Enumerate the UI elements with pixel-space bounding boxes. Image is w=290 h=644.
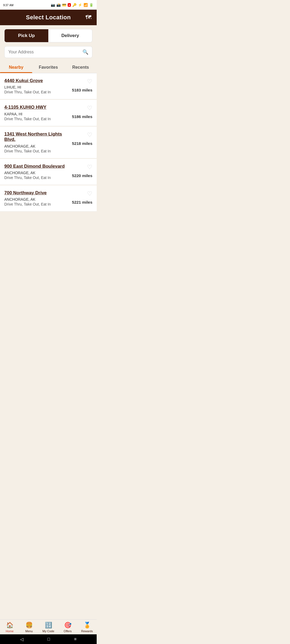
location-info: 4-1105 KUHIO HWY KAPAA, HI Drive Thru, T… bbox=[4, 105, 68, 121]
location-city: ANCHORAGE, AK bbox=[4, 197, 68, 202]
location-city: LIHUE, HI bbox=[4, 85, 68, 89]
wifi-icon: 📶 bbox=[84, 3, 88, 7]
location-item[interactable]: 700 Northway Drive ANCHORAGE, AK Drive T… bbox=[0, 185, 97, 211]
location-right: ♡ 5218 miles bbox=[68, 131, 92, 146]
favorite-button[interactable]: ♡ bbox=[87, 105, 92, 112]
payment-icon: 💳 bbox=[62, 3, 66, 7]
location-distance: 5221 miles bbox=[72, 200, 92, 204]
location-distance: 5220 miles bbox=[72, 173, 92, 178]
location-right: ♡ 5220 miles bbox=[68, 164, 92, 178]
location-info: 900 East Dimond Boulevard ANCHORAGE, AK … bbox=[4, 164, 68, 180]
delivery-tab[interactable]: Delivery bbox=[48, 29, 92, 42]
instagram-icon: 📸 bbox=[56, 3, 61, 7]
ampm-display: AM bbox=[9, 4, 13, 7]
favorite-button[interactable]: ♡ bbox=[87, 78, 92, 85]
location-list: 4440 Kukui Grove LIHUE, HI Drive Thru, T… bbox=[0, 73, 97, 211]
camera-icon: 📷 bbox=[51, 3, 55, 7]
status-bar: 9:37 AM 📷 📸 💳 ● 🔑 ⚡ 📶 🔋 bbox=[0, 0, 97, 10]
favorite-button[interactable]: ♡ bbox=[87, 190, 92, 197]
location-item[interactable]: 1341 West Northern Lights Blvd. ANCHORAG… bbox=[0, 127, 97, 158]
time-display: 9:37 bbox=[3, 4, 8, 7]
key-icon: 🔑 bbox=[72, 3, 77, 7]
location-services: Drive Thru, Take Out, Eat In bbox=[4, 202, 68, 206]
page-title: Select Location bbox=[26, 14, 71, 21]
battery-icon: 🔋 bbox=[89, 3, 93, 7]
location-info: 4440 Kukui Grove LIHUE, HI Drive Thru, T… bbox=[4, 78, 68, 94]
location-address: 900 East Dimond Boulevard bbox=[4, 164, 68, 169]
favorite-button[interactable]: ♡ bbox=[87, 164, 92, 171]
location-distance: 5186 miles bbox=[72, 114, 92, 119]
section-tabs: Nearby Favorites Recents bbox=[0, 62, 97, 73]
location-city: ANCHORAGE, AK bbox=[4, 144, 68, 148]
location-address: 4440 Kukui Grove bbox=[4, 78, 68, 83]
location-item[interactable]: 4-1105 KUHIO HWY KAPAA, HI Drive Thru, T… bbox=[0, 100, 97, 126]
location-services: Drive Thru, Take Out, Eat In bbox=[4, 175, 68, 180]
location-services: Drive Thru, Take Out, Eat In bbox=[4, 149, 68, 153]
tab-nearby[interactable]: Nearby bbox=[0, 62, 32, 73]
location-item[interactable]: 900 East Dimond Boulevard ANCHORAGE, AK … bbox=[0, 159, 97, 185]
location-info: 1341 West Northern Lights Blvd. ANCHORAG… bbox=[4, 131, 68, 153]
bluetooth-icon: ⚡ bbox=[78, 3, 82, 7]
battery-record-icon: ● bbox=[68, 3, 71, 7]
location-city: KAPAA, HI bbox=[4, 112, 68, 116]
location-right: ♡ 5186 miles bbox=[68, 105, 92, 119]
search-icon: 🔍 bbox=[82, 49, 88, 55]
order-type-toggle: Pick Up Delivery bbox=[4, 29, 92, 42]
location-city: ANCHORAGE, AK bbox=[4, 171, 68, 175]
location-address: 700 Northway Drive bbox=[4, 190, 68, 196]
pickup-tab[interactable]: Pick Up bbox=[5, 29, 48, 42]
address-search-input[interactable] bbox=[8, 50, 82, 54]
tab-recents[interactable]: Recents bbox=[64, 62, 97, 73]
location-item[interactable]: 4440 Kukui Grove LIHUE, HI Drive Thru, T… bbox=[0, 73, 97, 99]
status-time: 9:37 AM bbox=[3, 3, 13, 7]
location-info: 700 Northway Drive ANCHORAGE, AK Drive T… bbox=[4, 190, 68, 206]
location-address: 4-1105 KUHIO HWY bbox=[4, 105, 68, 110]
location-distance: 5183 miles bbox=[72, 88, 92, 92]
location-address: 1341 West Northern Lights Blvd. bbox=[4, 131, 68, 142]
location-right: ♡ 5183 miles bbox=[68, 78, 92, 92]
address-search-box[interactable]: 🔍 bbox=[4, 46, 92, 58]
map-icon[interactable]: 🗺 bbox=[85, 14, 91, 21]
location-distance: 5218 miles bbox=[72, 141, 92, 146]
location-services: Drive Thru, Take Out, Eat In bbox=[4, 117, 68, 121]
location-right: ♡ 5221 miles bbox=[68, 190, 92, 204]
favorite-button[interactable]: ♡ bbox=[87, 131, 92, 138]
location-services: Drive Thru, Take Out, Eat In bbox=[4, 90, 68, 94]
header: Select Location 🗺 bbox=[0, 10, 97, 25]
status-icons: 📷 📸 💳 ● 🔑 ⚡ 📶 🔋 bbox=[51, 3, 93, 7]
tab-favorites[interactable]: Favorites bbox=[32, 62, 64, 73]
